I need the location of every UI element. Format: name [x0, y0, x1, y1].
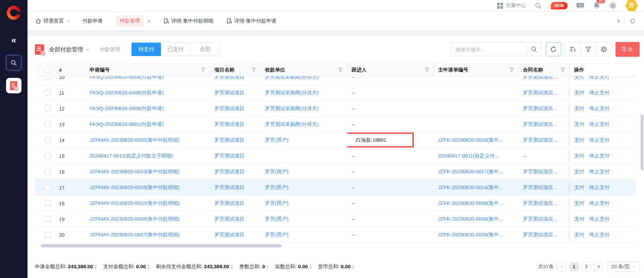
terminate-pay-action-link[interactable]: 终止支付	[589, 153, 609, 159]
payee-link[interactable]: 罗芳(用户)	[265, 137, 288, 143]
payee-link[interactable]: 罗芳测试采购商(分供方)	[265, 121, 319, 128]
new-badge[interactable]: NEW	[551, 2, 568, 9]
payee-link[interactable]: 罗芳(用户)	[265, 200, 288, 206]
project-link[interactable]: 罗芳测试项目	[214, 216, 245, 222]
filter-funnel-icon[interactable]	[338, 67, 343, 72]
select-all-checkbox[interactable]	[45, 67, 51, 73]
project-link[interactable]: 罗芳测试项目	[214, 121, 245, 128]
terminate-pay-action-link[interactable]: 终止支付	[589, 200, 609, 206]
pay-action-link[interactable]: 支付	[574, 232, 584, 238]
tab-pending-payment[interactable]: 待支付	[131, 43, 161, 56]
pay-action-link[interactable]: 支付	[574, 169, 584, 175]
main-request-no-link[interactable]: JZFK-20230620-0008(集中...	[438, 200, 503, 206]
messages-icon[interactable]	[576, 2, 584, 9]
project-link[interactable]: 罗芳测试项目	[214, 153, 245, 159]
contract-link[interactable]: 罗芳测试项目...	[523, 137, 557, 143]
notifications-button[interactable]: 93	[593, 2, 600, 9]
payee-link[interactable]: 罗芳测试采购商(分供方)	[265, 76, 319, 80]
terminate-pay-action-link[interactable]: 终止支付	[589, 184, 609, 191]
terminate-pay-action-link[interactable]: 终止支付	[589, 121, 609, 128]
horizontal-scrollbar[interactable]	[41, 244, 282, 247]
request-no-link[interactable]: JZFKMX-20230620-0010(集中付款明细)	[90, 200, 179, 206]
search-input[interactable]	[451, 42, 526, 56]
contract-link[interactable]: 罗芳测试项目...	[523, 90, 557, 96]
avatar[interactable]: 芳	[625, 0, 638, 12]
request-no-link[interactable]: JZFKMX-20230620-0019(集中付款明细)	[90, 169, 179, 175]
filter-funnel-icon[interactable]	[425, 67, 429, 72]
contract-link[interactable]: 罗芳测试项目...	[523, 169, 557, 175]
main-request-no-link[interactable]: JZFK-20230620-0005(集中...	[438, 232, 503, 238]
payee-link[interactable]: 罗芳(用户)	[265, 232, 288, 238]
page-size-select[interactable]: 20 条/页	[607, 262, 640, 272]
vertical-scrollbar[interactable]	[641, 114, 643, 170]
filter-funnel-icon[interactable]	[509, 67, 514, 72]
row-checkbox[interactable]	[45, 232, 51, 238]
main-request-no-link[interactable]: JZFK-20230620-0017(集中...	[438, 169, 503, 175]
pay-action-link[interactable]: 支付	[574, 184, 584, 191]
tab-paid[interactable]: 已支付	[161, 43, 191, 56]
pay-action-link[interactable]: 支付	[574, 121, 584, 128]
project-link[interactable]: 罗芳测试项目	[214, 184, 245, 191]
row-checkbox[interactable]	[45, 76, 51, 80]
terminate-pay-action-link[interactable]: 终止支付	[589, 137, 609, 143]
filter-funnel-icon[interactable]	[201, 67, 206, 72]
row-checkbox[interactable]	[45, 90, 51, 96]
request-no-link[interactable]: FKSQ-20230620-0006(付款申请)	[90, 90, 164, 96]
project-link[interactable]: 罗芳测试项目	[214, 76, 245, 80]
tab-payment-request[interactable]: 付款申请	[83, 18, 103, 24]
page-1-button[interactable]: 1	[570, 262, 579, 271]
view-switcher[interactable]: 全部付款管理	[49, 46, 89, 53]
close-tab-icon[interactable]: ×	[147, 18, 150, 24]
request-no-link[interactable]: JZFKMX-20230620-0007(集中付款明细)	[90, 232, 179, 238]
tab-detail-centralized-payment-request[interactable]: 详情-集中付款申请	[227, 18, 276, 24]
terminate-pay-action-link[interactable]: 终止支付	[589, 105, 609, 112]
pay-action-link[interactable]: 支付	[574, 90, 584, 96]
page-2-button[interactable]: 2	[582, 262, 591, 271]
pay-action-link[interactable]: 支付	[574, 76, 584, 80]
pay-action-link[interactable]: 支付	[574, 153, 584, 159]
app-logo-icon[interactable]	[7, 6, 21, 20]
row-checkbox[interactable]	[45, 216, 51, 222]
contract-link[interactable]: 罗芳测试项目...	[523, 184, 557, 191]
project-link[interactable]: 罗芳测试项目	[214, 169, 245, 175]
row-checkbox[interactable]	[45, 184, 51, 190]
request-no-link[interactable]: 20240417-0011(自定义付款主子明细)	[90, 153, 173, 159]
terminate-pay-action-link[interactable]: 终止支付	[589, 169, 609, 175]
row-checkbox[interactable]	[45, 105, 51, 111]
filter-funnel-icon[interactable]	[560, 67, 565, 72]
payee-link[interactable]: 罗芳(用户)	[265, 184, 288, 191]
plan-center-button[interactable]: 方案中心	[497, 2, 526, 9]
project-link[interactable]: 罗芳测试项目	[214, 200, 245, 206]
pay-action-link[interactable]: 支付	[574, 200, 584, 206]
prev-page-button[interactable]: <	[557, 262, 566, 271]
main-request-no-link[interactable]: JZFK-20230620-0018(集中...	[438, 137, 503, 143]
main-request-no-link[interactable]: JZFK-20230620-0014(集中...	[438, 184, 503, 191]
payee-link[interactable]: 罗芳(用户)	[265, 216, 288, 222]
sidebar-search-button[interactable]	[6, 55, 21, 71]
project-link[interactable]: 罗芳测试项目	[214, 137, 245, 143]
row-checkbox[interactable]	[45, 153, 51, 159]
settings-gear-icon[interactable]	[609, 2, 616, 9]
contract-link[interactable]: 罗芳测试项目...	[523, 76, 557, 80]
tab-detail-centralized-payment-detail[interactable]: 详情-集中付款明细	[164, 18, 213, 24]
contract-link[interactable]: 罗芳测试项目...	[523, 105, 557, 112]
contract-link[interactable]: 罗芳测试项目...	[523, 121, 557, 128]
payee-link[interactable]: 罗芳测试采购商(分供方)	[265, 90, 319, 96]
export-button[interactable]: 导出	[615, 42, 640, 57]
contract-link[interactable]: 罗芳测试项目...	[523, 232, 557, 238]
project-link[interactable]: 罗芳测试项目	[214, 105, 245, 112]
search-button[interactable]	[526, 42, 542, 56]
row-checkbox[interactable]	[45, 200, 51, 206]
request-no-link[interactable]: JZFKMX-20230620-0016(集中付款明细)	[90, 184, 179, 191]
terminate-pay-action-link[interactable]: 终止支付	[589, 90, 609, 96]
filter-funnel-icon[interactable]	[252, 67, 256, 72]
contract-link[interactable]: 罗芳测试项目...	[523, 216, 557, 222]
row-checkbox[interactable]	[45, 137, 51, 143]
next-page-button[interactable]: >	[594, 262, 603, 271]
pay-action-link[interactable]: 支付	[574, 216, 584, 222]
request-no-link[interactable]: FKSQ-20230620-0001(付款申请)	[90, 121, 164, 128]
collapse-sidebar-icon[interactable]: «	[11, 36, 16, 44]
main-request-no-link[interactable]: JZFK-20230620-0006(集中...	[438, 216, 503, 222]
contract-link[interactable]: 罗芳测试项目...	[523, 200, 557, 206]
sort-button[interactable]	[565, 42, 581, 56]
